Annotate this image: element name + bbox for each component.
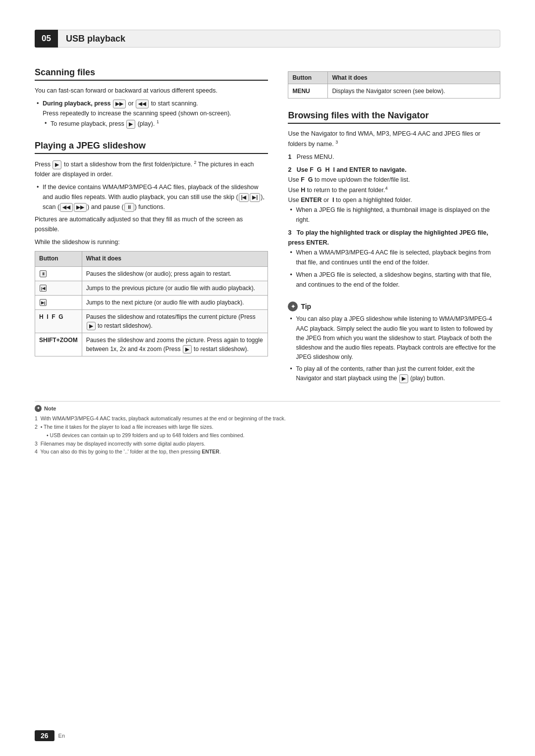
step3: 3 To play the highlighted track or displ… bbox=[288, 228, 500, 290]
jpeg-para2: Pictures are automatically adjusted so t… bbox=[35, 214, 268, 234]
tip-icon: ✦ bbox=[288, 302, 298, 311]
step2-sup4: 4 bbox=[385, 186, 387, 191]
tip-label: Tip bbox=[301, 302, 311, 310]
btn-pause-icon: ⏸ bbox=[35, 266, 82, 281]
step2-bold: Use F G H I and ENTER to navigate. bbox=[297, 166, 407, 173]
note-item-2: 2 • The time it takes for the player to … bbox=[35, 423, 500, 431]
scanning-bullet1: During playback, press ▶▶ or ◀◀ to start… bbox=[35, 99, 268, 129]
chapter-number: 05 bbox=[35, 30, 58, 48]
jpeg-start-btn: ▶ bbox=[53, 160, 61, 169]
content-columns: Scanning files You can fast-scan forward… bbox=[35, 67, 500, 386]
skip-fwd-btn: ▶| bbox=[250, 193, 260, 202]
tip-box: ✦ Tip You can also play a JPEG slideshow… bbox=[288, 302, 500, 383]
navigator-body: Use the Navigator to find WMA, MP3, MPEG… bbox=[288, 129, 500, 290]
menu-table: Button What it does MENU Displays the Na… bbox=[288, 71, 500, 99]
note-header: ✦ Note bbox=[35, 404, 500, 413]
step3-bold: To play the highlighted track or display… bbox=[288, 229, 488, 246]
skip-back-btn: |◀ bbox=[239, 193, 249, 202]
next-icon: ▶| bbox=[40, 299, 47, 306]
jpeg-sup2: 2 bbox=[194, 160, 197, 165]
play-btn-tip: ▶ bbox=[399, 374, 408, 383]
step1-text: Press MENU. bbox=[297, 153, 334, 160]
action-pause: Pauses the slideshow (or audio); press a… bbox=[82, 266, 268, 281]
scanning-bullet1-note: Press repeatedly to increase the scannin… bbox=[43, 110, 231, 117]
jpeg-slideshow-body: Press ▶ to start a slideshow from the fi… bbox=[35, 159, 268, 356]
menu-action: Displays the Navigator screen (see below… bbox=[328, 84, 500, 99]
btn-prev-icon: |◀ bbox=[35, 281, 82, 295]
menu-table-btn-header: Button bbox=[288, 72, 328, 84]
scanning-bullet1-bold: During playback, press bbox=[43, 100, 111, 107]
action-zoom: Pauses the slideshow and zooms the pictu… bbox=[82, 333, 268, 356]
table-row: SHIFT+ZOOM Pauses the slideshow and zoom… bbox=[35, 333, 268, 356]
scanning-resume-text: To resume playback, press bbox=[51, 120, 124, 127]
jpeg-slideshow-section: Playing a JPEG slideshow Press ▶ to star… bbox=[35, 141, 268, 356]
scanning-or: or bbox=[128, 100, 134, 107]
pause-icon: ⏸ bbox=[40, 270, 47, 277]
left-column: Scanning files You can fast-scan forward… bbox=[35, 67, 268, 386]
tip-header: ✦ Tip bbox=[288, 302, 500, 311]
scanning-bullet2-end: (play). bbox=[138, 120, 155, 127]
chapter-title: USB playback bbox=[66, 34, 125, 44]
prev-icon: |◀ bbox=[40, 285, 47, 292]
menu-btn-cell: MENU bbox=[288, 84, 328, 99]
restart-btn1: ▶ bbox=[87, 322, 96, 330]
table-body: ⏸ Pauses the slideshow (or audio); press… bbox=[35, 266, 268, 356]
note-item-2b: • USB devices can contain up to 299 fold… bbox=[35, 431, 500, 440]
btn-next-icon: ▶| bbox=[35, 295, 82, 309]
action-prev: Jumps to the previous picture (or audio … bbox=[82, 281, 268, 295]
step3-bullet1: When a WMA/MP3/MPEG-4 AAC file is select… bbox=[288, 248, 500, 267]
scanning-intro: You can fast-scan forward or backward at… bbox=[35, 86, 268, 96]
scan-back-btn: ◀◀ bbox=[60, 203, 73, 212]
scan-forward-btn: ▶▶ bbox=[113, 100, 126, 108]
step3-bullet2: When a JPEG file is selected, a slidesho… bbox=[288, 270, 500, 290]
scanning-sup1: 1 bbox=[157, 119, 159, 124]
navigator-title: Browsing files with the Navigator bbox=[288, 110, 500, 124]
step2: 2 Use F G H I and ENTER to navigate. Use… bbox=[288, 165, 500, 225]
step1: 1 Press MENU. bbox=[288, 152, 500, 162]
table-row: ▶| Jumps to the next picture (or audio f… bbox=[35, 295, 268, 309]
navigator-intro: Use the Navigator to find WMA, MP3, MPEG… bbox=[288, 129, 500, 149]
step2-bullet: When a JPEG file is highlighted, a thumb… bbox=[288, 205, 500, 225]
action-next: Jumps to the next picture (or audio file… bbox=[82, 295, 268, 309]
play-btn: ▶ bbox=[126, 120, 135, 129]
scanning-files-section: Scanning files You can fast-scan forward… bbox=[35, 67, 268, 129]
chapter-title-bar: USB playback bbox=[58, 30, 500, 48]
note-item-1: 1 With WMA/MP3/MPEG-4 AAC tracks, playba… bbox=[35, 414, 500, 423]
btn-hifg: H I F G bbox=[35, 309, 82, 333]
scanning-files-body: You can fast-scan forward or backward at… bbox=[35, 86, 268, 129]
menu-table-header: Button What it does bbox=[288, 72, 500, 84]
note-item-3: 3 Filenames may be displayed incorrectly… bbox=[35, 440, 500, 448]
tip-bullet2: To play all of the contents, rather than… bbox=[288, 364, 500, 383]
table-row: |◀ Jumps to the previous picture (or aud… bbox=[35, 281, 268, 295]
tip-bullet1: You can also play a JPEG slideshow while… bbox=[288, 314, 500, 362]
step2-body: Use F G to move up/down the folder/file … bbox=[288, 176, 410, 183]
step2-enter: Use ENTER or I to open a highlighted fol… bbox=[288, 197, 412, 203]
table-row: ⏸ Pauses the slideshow (or audio); press… bbox=[35, 266, 268, 281]
table-row: MENU Displays the Navigator screen (see … bbox=[288, 84, 500, 99]
page: 05 USB playback Scanning files You can f… bbox=[0, 0, 535, 756]
menu-table-action-header: What it does bbox=[328, 72, 500, 84]
page-lang: En bbox=[58, 733, 65, 739]
note-item-4: 4 You can also do this by going to the '… bbox=[35, 448, 500, 456]
scanning-bullet2: To resume playback, press ▶ (play). 1 bbox=[43, 118, 268, 129]
scanning-files-title: Scanning files bbox=[35, 67, 268, 81]
navigator-sup3: 3 bbox=[335, 140, 338, 145]
step2-h: Use H to return to the parent folder.4 bbox=[288, 187, 387, 194]
tip-body: You can also play a JPEG slideshow while… bbox=[288, 314, 500, 383]
restart-btn2: ▶ bbox=[183, 345, 192, 353]
jpeg-intro: Press ▶ to start a slideshow from the fi… bbox=[35, 159, 268, 179]
jpeg-para3: While the slideshow is running: bbox=[35, 237, 268, 247]
scan-fwd-btn2: ▶▶ bbox=[74, 203, 87, 212]
note-label: Note bbox=[44, 404, 56, 413]
scan-backward-btn: ◀◀ bbox=[136, 100, 149, 108]
note-icon: ✦ bbox=[35, 405, 42, 412]
right-column: Button What it does MENU Displays the Na… bbox=[288, 67, 500, 386]
table-header-button: Button bbox=[35, 252, 82, 266]
jpeg-bullet1: If the device contains WMA/MP3/MPEG-4 AA… bbox=[35, 182, 268, 212]
slideshow-table: Button What it does ⏸ Pauses the slidesh… bbox=[35, 251, 268, 356]
btn-shift-zoom: SHIFT+ZOOM bbox=[35, 333, 82, 356]
scanning-bullet1-end: to start scanning. bbox=[151, 100, 198, 107]
chapter-header: 05 USB playback bbox=[35, 30, 500, 48]
navigator-section: Browsing files with the Navigator Use th… bbox=[288, 110, 500, 290]
pause-btn-inline: ⏸ bbox=[124, 203, 134, 212]
